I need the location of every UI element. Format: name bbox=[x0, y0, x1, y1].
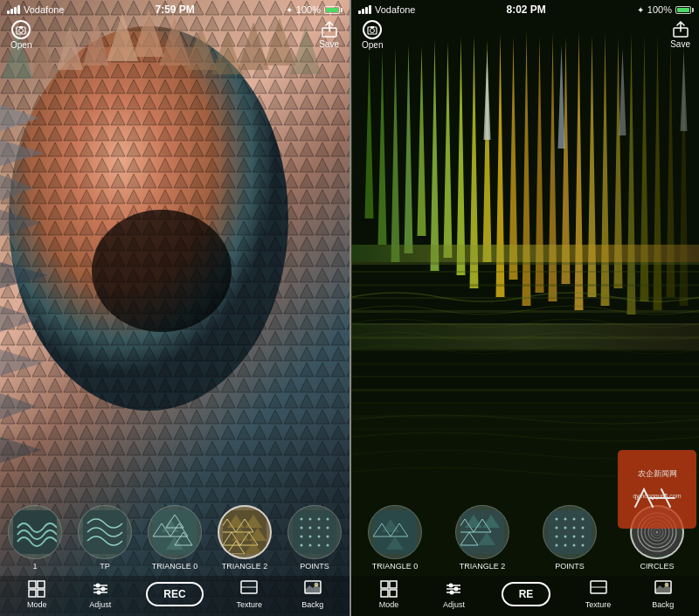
right-texture-label-tri0: TRIANGLE 0 bbox=[372, 562, 419, 571]
camera-icon bbox=[16, 24, 26, 35]
left-save-button[interactable]: Save bbox=[319, 21, 339, 49]
svg-rect-171 bbox=[381, 581, 388, 588]
left-bottom-controls: 1 TP bbox=[0, 498, 350, 616]
svg-point-179 bbox=[454, 587, 459, 592]
svg-point-178 bbox=[449, 584, 453, 588]
left-texture-label-1: 1 bbox=[32, 562, 37, 571]
right-texture-circle-tri2 bbox=[455, 505, 509, 559]
left-texture-btn-tri0[interactable]: TRIANGLE 0 bbox=[140, 503, 210, 572]
right-status-right: ✦ 100% bbox=[637, 4, 694, 15]
right-open-button[interactable]: Open bbox=[362, 20, 383, 50]
svg-rect-51 bbox=[293, 510, 336, 554]
left-texture-circle-tri0 bbox=[148, 505, 202, 559]
right-backg-icon bbox=[654, 579, 673, 599]
svg-point-60 bbox=[301, 536, 303, 538]
left-wave-pattern bbox=[13, 510, 57, 554]
left-texture-circle-tp bbox=[78, 505, 132, 559]
right-adjust-button[interactable]: Adjust bbox=[436, 579, 471, 609]
svg-point-77 bbox=[96, 591, 100, 595]
right-signal-bars bbox=[358, 5, 371, 14]
right-open-icon bbox=[363, 20, 382, 39]
right-mode-label: Mode bbox=[379, 600, 399, 609]
right-grid-icon bbox=[379, 579, 398, 599]
left-bluetooth-icon: ✦ bbox=[286, 5, 293, 15]
svg-point-180 bbox=[450, 591, 454, 595]
left-open-icon bbox=[11, 20, 31, 39]
right-backg-label: Backg bbox=[652, 600, 674, 609]
right-texture-label-circles: CIRCLES bbox=[640, 562, 674, 571]
svg-point-63 bbox=[327, 536, 329, 538]
svg-point-157 bbox=[573, 536, 576, 538]
svg-point-155 bbox=[556, 536, 558, 538]
svg-point-66 bbox=[318, 544, 321, 547]
left-open-button[interactable]: Open bbox=[10, 20, 31, 50]
right-battery-icon bbox=[675, 6, 694, 14]
left-texture-btn-1[interactable]: 1 bbox=[0, 503, 70, 572]
svg-point-147 bbox=[556, 518, 558, 521]
svg-point-154 bbox=[582, 527, 585, 529]
left-texture-strip: 1 TP bbox=[0, 498, 350, 576]
signal-bar-3 bbox=[14, 7, 17, 14]
right-texture-nav-button[interactable]: Texture bbox=[581, 579, 616, 609]
right-signal-bar-2 bbox=[362, 9, 364, 14]
right-upload-icon bbox=[673, 21, 689, 38]
right-rec-button[interactable]: RE bbox=[502, 582, 551, 606]
left-status-left: Vodafone bbox=[7, 4, 65, 15]
right-texture-circle-tri0 bbox=[368, 505, 422, 559]
right-mode-button[interactable]: Mode bbox=[371, 579, 406, 609]
right-triangle2-pattern bbox=[460, 510, 504, 554]
svg-rect-172 bbox=[390, 581, 397, 588]
left-sliders-icon bbox=[91, 579, 110, 599]
svg-marker-81 bbox=[305, 584, 321, 593]
svg-point-75 bbox=[95, 584, 100, 588]
svg-rect-173 bbox=[381, 590, 388, 597]
left-texture-btn-tp[interactable]: TP bbox=[70, 503, 140, 572]
left-texture-label-tp: TP bbox=[100, 562, 110, 571]
right-backg-button[interactable]: Backg bbox=[646, 579, 681, 609]
left-save-label: Save bbox=[319, 39, 339, 49]
right-sliders-icon bbox=[444, 579, 463, 599]
right-save-button[interactable]: Save bbox=[670, 21, 690, 49]
left-open-label: Open bbox=[10, 40, 31, 50]
left-backg-icon bbox=[303, 579, 322, 599]
right-texture-btn-tri2[interactable]: TRIANGLE 2 bbox=[439, 503, 526, 572]
svg-rect-114 bbox=[352, 271, 700, 273]
right-save-label: Save bbox=[670, 39, 690, 49]
left-texture-nav-label: Texture bbox=[236, 600, 262, 609]
right-camera-icon bbox=[367, 24, 377, 35]
left-texture-nav-button[interactable]: Texture bbox=[232, 579, 266, 609]
right-adjust-label: Adjust bbox=[443, 600, 465, 609]
left-rec-button[interactable]: REC bbox=[146, 582, 203, 606]
svg-point-170 bbox=[656, 531, 659, 534]
left-battery-icon bbox=[324, 6, 343, 14]
right-texture-label-tri2: TRIANGLE 2 bbox=[460, 562, 506, 571]
left-texture-nav-icon bbox=[239, 579, 259, 599]
left-texture-label-tri0: TRIANGLE 0 bbox=[152, 562, 198, 571]
svg-rect-29 bbox=[19, 26, 23, 28]
svg-point-158 bbox=[582, 536, 585, 538]
right-open-label: Open bbox=[362, 40, 383, 50]
svg-rect-123 bbox=[352, 389, 700, 391]
left-texture-circle-tri2 bbox=[218, 505, 272, 559]
left-mode-button[interactable]: Mode bbox=[19, 579, 54, 609]
svg-point-56 bbox=[301, 527, 303, 529]
left-phone-panel: Vodafone 7:59 PM ✦ 100% Open bbox=[0, 0, 350, 616]
left-triangle0-pattern bbox=[153, 510, 197, 554]
left-backg-button[interactable]: Backg bbox=[295, 579, 330, 609]
right-texture-btn-points[interactable]: POINTS bbox=[526, 503, 613, 572]
svg-rect-132 bbox=[370, 26, 374, 28]
svg-point-162 bbox=[582, 544, 585, 547]
left-adjust-button[interactable]: Adjust bbox=[83, 579, 118, 609]
watermark-logo: 农企新闻网 qy.nongqun5.com bbox=[618, 450, 696, 529]
right-signal-bar-1 bbox=[358, 10, 361, 14]
right-texture-btn-tri0[interactable]: TRIANGLE 0 bbox=[351, 503, 439, 572]
left-carrier-label: Vodafone bbox=[24, 4, 65, 15]
svg-point-185 bbox=[665, 583, 668, 586]
svg-point-62 bbox=[318, 536, 321, 538]
svg-point-153 bbox=[573, 527, 576, 529]
left-triangle2-pattern bbox=[223, 510, 266, 554]
left-texture-btn-tri2[interactable]: TRIANGLE 2 bbox=[210, 503, 280, 572]
svg-point-160 bbox=[564, 544, 567, 547]
left-texture-btn-points[interactable]: POINTS bbox=[280, 503, 350, 572]
svg-rect-174 bbox=[390, 590, 397, 597]
